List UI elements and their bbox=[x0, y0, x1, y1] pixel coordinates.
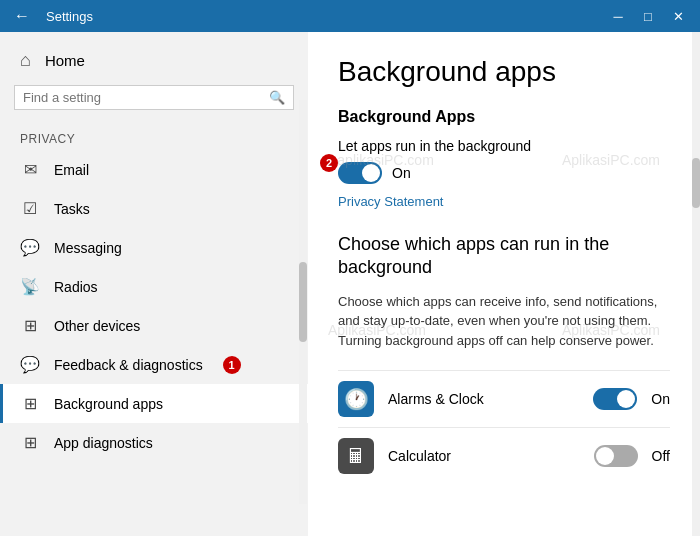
sidebar: ⌂ Home 🔍 Privacy ✉ Email ☑ Tasks 💬 Messa… bbox=[0, 32, 308, 536]
app-body: ⌂ Home 🔍 Privacy ✉ Email ☑ Tasks 💬 Messa… bbox=[0, 32, 700, 536]
sidebar-item-label: Tasks bbox=[54, 201, 90, 217]
sidebar-item-label: Feedback & diagnostics bbox=[54, 357, 203, 373]
email-icon: ✉ bbox=[20, 160, 40, 179]
home-icon: ⌂ bbox=[20, 50, 31, 71]
sidebar-item-label: Messaging bbox=[54, 240, 122, 256]
sidebar-scrollbar-track[interactable] bbox=[299, 100, 307, 504]
sidebar-item-label: Email bbox=[54, 162, 89, 178]
tasks-icon: ☑ bbox=[20, 199, 40, 218]
sidebar-item-messaging[interactable]: 💬 Messaging bbox=[0, 228, 308, 267]
calculator-toggle[interactable] bbox=[594, 445, 638, 467]
alarms-toggle[interactable] bbox=[593, 388, 637, 410]
content-scrollbar-track[interactable] bbox=[692, 32, 700, 536]
choose-desc: Choose which apps can receive info, send… bbox=[338, 292, 670, 351]
sidebar-item-background-apps[interactable]: ⊞ Background apps bbox=[0, 384, 308, 423]
sidebar-item-email[interactable]: ✉ Email bbox=[0, 150, 308, 189]
search-input[interactable] bbox=[23, 90, 263, 105]
privacy-section-label: Privacy bbox=[0, 124, 308, 150]
calculator-icon: 🖩 bbox=[338, 438, 374, 474]
sidebar-item-other-devices[interactable]: ⊞ Other devices bbox=[0, 306, 308, 345]
alarms-label: Alarms & Clock bbox=[388, 391, 579, 407]
privacy-statement-link[interactable]: Privacy Statement bbox=[338, 194, 670, 209]
page-title: Background apps bbox=[338, 56, 670, 88]
app-row-calculator: 🖩 Calculator Off bbox=[338, 427, 670, 484]
maximize-button[interactable]: □ bbox=[634, 2, 662, 30]
choose-title: Choose which apps can run in the backgro… bbox=[338, 233, 670, 280]
sidebar-item-app-diagnostics[interactable]: ⊞ App diagnostics bbox=[0, 423, 308, 462]
alarms-toggle-label: On bbox=[651, 391, 670, 407]
feedback-icon: 💬 bbox=[20, 355, 40, 374]
content-scrollbar-thumb bbox=[692, 158, 700, 208]
back-button[interactable]: ← bbox=[8, 2, 36, 30]
section1-title: Background Apps bbox=[338, 108, 670, 126]
app-row-alarms: 🕐 Alarms & Clock On bbox=[338, 370, 670, 427]
alarms-toggle-knob bbox=[617, 390, 635, 408]
app-diagnostics-icon: ⊞ bbox=[20, 433, 40, 452]
background-toggle-row: 2 On bbox=[338, 162, 670, 184]
search-box[interactable]: 🔍 bbox=[14, 85, 294, 110]
sidebar-item-label: Radios bbox=[54, 279, 98, 295]
calculator-toggle-label: Off bbox=[652, 448, 670, 464]
sidebar-item-label: Background apps bbox=[54, 396, 163, 412]
sidebar-item-radios[interactable]: 📡 Radios bbox=[0, 267, 308, 306]
sidebar-item-home[interactable]: ⌂ Home bbox=[0, 32, 308, 85]
titlebar-title: Settings bbox=[46, 9, 93, 24]
calculator-toggle-knob bbox=[596, 447, 614, 465]
background-toggle[interactable] bbox=[338, 162, 382, 184]
titlebar: ← Settings ─ □ ✕ bbox=[0, 0, 700, 32]
titlebar-left: ← Settings bbox=[8, 2, 93, 30]
sidebar-item-feedback[interactable]: 💬 Feedback & diagnostics 1 bbox=[0, 345, 308, 384]
close-button[interactable]: ✕ bbox=[664, 2, 692, 30]
calculator-label: Calculator bbox=[388, 448, 580, 464]
toggle-on-label: On bbox=[392, 165, 411, 181]
toggle-badge: 2 bbox=[320, 154, 338, 172]
sidebar-item-label: Other devices bbox=[54, 318, 140, 334]
minimize-button[interactable]: ─ bbox=[604, 2, 632, 30]
sidebar-home-label: Home bbox=[45, 52, 85, 69]
titlebar-controls: ─ □ ✕ bbox=[604, 2, 692, 30]
background-apps-icon: ⊞ bbox=[20, 394, 40, 413]
other-devices-icon: ⊞ bbox=[20, 316, 40, 335]
radios-icon: 📡 bbox=[20, 277, 40, 296]
background-toggle-desc: Let apps run in the background bbox=[338, 138, 670, 154]
main-content: Background apps Background Apps Let apps… bbox=[308, 32, 700, 536]
feedback-badge: 1 bbox=[223, 356, 241, 374]
sidebar-scrollbar-thumb bbox=[299, 262, 307, 342]
sidebar-item-label: App diagnostics bbox=[54, 435, 153, 451]
toggle-knob bbox=[362, 164, 380, 182]
sidebar-item-tasks[interactable]: ☑ Tasks bbox=[0, 189, 308, 228]
search-icon: 🔍 bbox=[269, 90, 285, 105]
messaging-icon: 💬 bbox=[20, 238, 40, 257]
alarms-icon: 🕐 bbox=[338, 381, 374, 417]
